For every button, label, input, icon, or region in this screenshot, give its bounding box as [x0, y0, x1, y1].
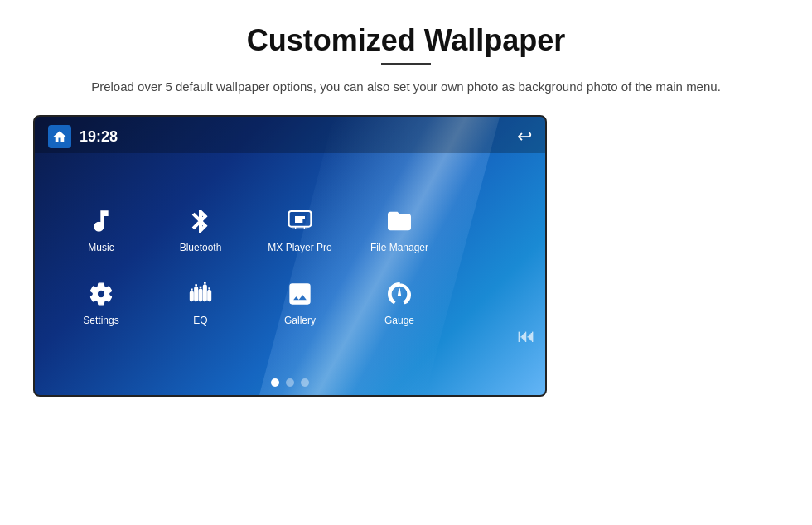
- svg-rect-5: [208, 291, 210, 301]
- title-underline: [381, 63, 431, 65]
- music-icon: [85, 205, 117, 237]
- page-title: Customized Wallpaper: [247, 23, 566, 58]
- app-bluetooth-label: Bluetooth: [180, 242, 222, 253]
- status-bar: 19:28 ↩: [35, 117, 545, 153]
- eq-icon: [185, 278, 216, 310]
- dot-2[interactable]: [286, 378, 294, 387]
- page-container: Customized Wallpaper Preload over 5 defa…: [0, 0, 812, 525]
- app-mx-player[interactable]: MX Player Pro: [250, 196, 350, 262]
- svg-rect-3: [200, 289, 202, 300]
- app-gauge[interactable]: Gauge: [350, 269, 449, 335]
- app-gallery-label: Gallery: [284, 315, 316, 326]
- app-grid: Music Bluetooth: [35, 153, 545, 373]
- status-right: ↩: [517, 126, 532, 147]
- back-icon[interactable]: ↩: [517, 126, 532, 147]
- settings-icon: [85, 278, 117, 310]
- pagination-dots: [35, 373, 545, 395]
- app-row-1: Music Bluetooth: [51, 196, 529, 262]
- gallery-icon: [284, 278, 316, 310]
- home-button[interactable]: [48, 125, 71, 148]
- prev-track-button[interactable]: ⏮: [517, 325, 535, 347]
- home-icon: [52, 129, 67, 144]
- dot-1[interactable]: [271, 378, 279, 387]
- app-bluetooth[interactable]: Bluetooth: [151, 196, 250, 262]
- svg-rect-1: [191, 291, 193, 301]
- gauge-icon: [384, 278, 415, 310]
- bluetooth-icon: [185, 205, 216, 237]
- dot-3[interactable]: [301, 378, 309, 387]
- app-eq[interactable]: EQ: [151, 269, 250, 335]
- app-music-label: Music: [88, 242, 114, 253]
- app-settings-label: Settings: [83, 315, 118, 326]
- mx-player-icon: [284, 205, 316, 237]
- svg-rect-2: [195, 287, 197, 301]
- app-row-2: Settings: [51, 269, 529, 335]
- app-gallery[interactable]: Gallery: [250, 269, 350, 335]
- app-eq-label: EQ: [193, 315, 207, 326]
- content-row: 19:28 ↩ Music: [33, 115, 779, 397]
- app-settings[interactable]: Settings: [51, 269, 151, 335]
- page-subtitle: Preload over 5 default wallpaper options…: [91, 77, 721, 97]
- app-file-manager-label: File Manager: [370, 242, 428, 253]
- app-music[interactable]: Music: [51, 196, 151, 262]
- file-manager-icon: [384, 205, 415, 237]
- status-left: 19:28: [48, 125, 118, 148]
- status-time: 19:28: [80, 128, 118, 146]
- wallpaper-thumbnails: ✓: [555, 115, 779, 122]
- svg-rect-4: [204, 285, 206, 301]
- car-screen: 19:28 ↩ Music: [33, 115, 547, 397]
- app-mx-player-label: MX Player Pro: [268, 242, 331, 253]
- app-gauge-label: Gauge: [384, 315, 414, 326]
- app-file-manager[interactable]: File Manager: [350, 196, 449, 262]
